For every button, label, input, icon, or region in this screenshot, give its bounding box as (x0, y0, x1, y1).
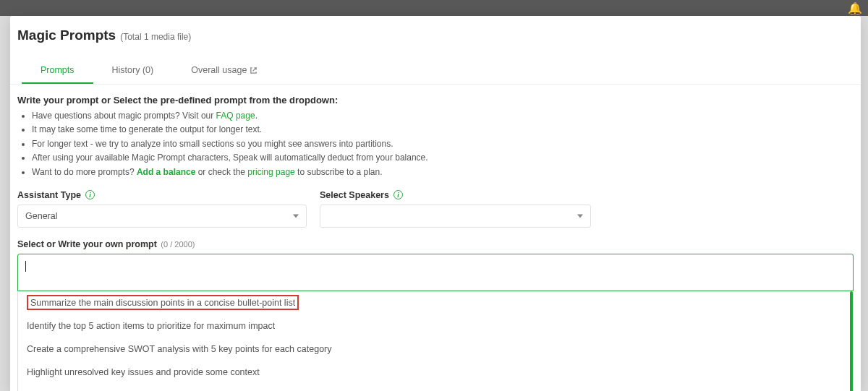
instruction-item: After using your available Magic Prompt … (32, 152, 854, 164)
prompt-suggestion-item[interactable]: Highlight unresolved key issues and prov… (18, 361, 853, 384)
modal-body: Write your prompt or Select the pre-defi… (10, 85, 861, 391)
prompt-suggestion-item[interactable]: Create a comprehensive SWOT analysis wit… (18, 338, 853, 361)
tab-overall-usage-label: Overall usage (191, 65, 247, 75)
modal-title: Magic Prompts (17, 27, 116, 43)
prompt-suggestion-item[interactable]: Identify the top 5 action items to prior… (18, 314, 853, 338)
select-speakers-select[interactable] (320, 205, 591, 228)
instruction-item: It may take some time to generate the ou… (32, 124, 854, 136)
pricing-page-link[interactable]: pricing page (247, 167, 294, 177)
form-row: Assistant Type General Select Speakers (17, 190, 854, 228)
prompt-char-count: (0 / 2000) (161, 240, 195, 249)
assistant-type-select[interactable]: General (17, 205, 307, 228)
chevron-down-icon (293, 214, 299, 218)
assistant-type-field: Assistant Type General (17, 190, 307, 228)
suggestions-scrollbar[interactable] (850, 291, 853, 391)
prompt-suggestion-item[interactable]: Tell me what questions were asked (18, 384, 853, 391)
notification-bell-icon[interactable]: 🔔 (848, 1, 862, 15)
info-icon[interactable] (393, 190, 403, 199)
magic-prompts-modal: Magic Prompts (Total 1 media file) Promp… (10, 16, 861, 391)
tab-history[interactable]: History (0) (93, 58, 173, 84)
prompt-suggestion-item[interactable]: Summarize the main discussion points in … (18, 291, 853, 314)
prompt-suggestions-dropdown: Summarize the main discussion points in … (17, 291, 854, 391)
tab-bar: Prompts History (0) Overall usage (10, 58, 861, 85)
select-speakers-label: Select Speakers (320, 190, 389, 200)
chevron-down-icon (577, 214, 583, 218)
prompt-label-row: Select or Write your own prompt (0 / 200… (17, 239, 854, 249)
modal-header: Magic Prompts (Total 1 media file) (10, 16, 861, 53)
tab-prompts[interactable]: Prompts (22, 58, 93, 84)
instruction-item: Want to do more prompts? Add a balance o… (32, 166, 854, 179)
highlighted-suggestion: Summarize the main discussion points in … (27, 295, 299, 310)
topbar-shadow (0, 0, 868, 16)
instruction-item: For longer text - we try to analyze into… (32, 138, 854, 150)
instructions-list: Have questions about magic prompts? Visi… (17, 110, 854, 179)
external-link-icon (250, 66, 258, 74)
prompt-label: Select or Write your own prompt (17, 239, 157, 249)
text-cursor (25, 261, 26, 272)
select-speakers-field: Select Speakers (320, 190, 591, 228)
prompt-input[interactable] (17, 254, 854, 291)
assistant-type-value: General (25, 211, 57, 221)
faq-page-link[interactable]: FAQ page (216, 111, 255, 121)
assistant-type-label: Assistant Type (17, 190, 81, 200)
instructions-heading: Write your prompt or Select the pre-defi… (17, 95, 854, 106)
modal-subtitle: (Total 1 media file) (120, 32, 191, 42)
add-balance-link[interactable]: Add a balance (137, 167, 195, 177)
info-icon[interactable] (85, 190, 95, 199)
instruction-item: Have questions about magic prompts? Visi… (32, 110, 854, 122)
tab-overall-usage[interactable]: Overall usage (172, 58, 276, 84)
